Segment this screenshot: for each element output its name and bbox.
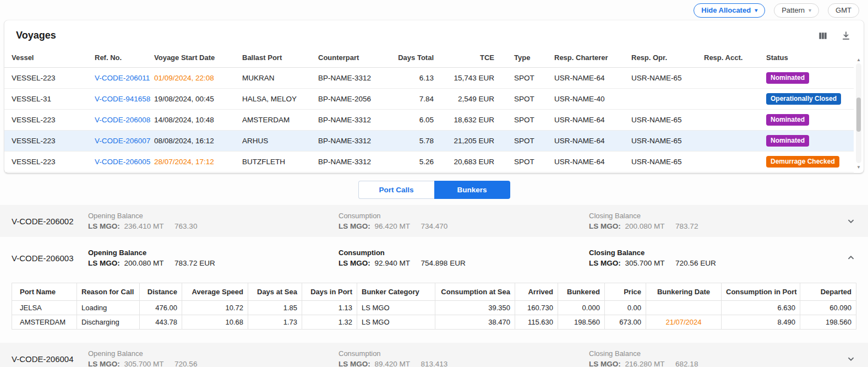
tab-port-calls[interactable]: Port Calls bbox=[358, 181, 434, 199]
bunker-section-header[interactable]: V-CODE-206004 Opening Balance LS MGO: 30… bbox=[0, 343, 868, 367]
gmt-button[interactable]: GMT bbox=[828, 3, 859, 18]
scroll-down-icon[interactable]: ▼ bbox=[855, 163, 862, 171]
col-header-resp-charterer[interactable]: Resp. Charterer bbox=[551, 48, 628, 68]
col-header-counterpart[interactable]: Counterpart bbox=[315, 48, 385, 68]
columns-icon[interactable] bbox=[817, 30, 828, 41]
cell-vessel: VESSEL-31 bbox=[4, 89, 91, 110]
table-row[interactable]: VESSEL-223 V-CODE-206011 01/09/2024, 22:… bbox=[4, 68, 854, 89]
col-header-bunker-category: Bunker Category bbox=[357, 283, 435, 301]
cell-vessel: VESSEL-223 bbox=[4, 131, 91, 152]
col-header-voyage-start-date[interactable]: Voyage Start Date bbox=[151, 48, 239, 68]
status-badge: Operationally Closed bbox=[766, 93, 841, 105]
chevron-down-icon[interactable] bbox=[845, 353, 857, 365]
col-header-tce[interactable]: TCE bbox=[437, 48, 511, 68]
table-row[interactable]: VESSEL-223 V-CODE-206005 28/07/2024, 17:… bbox=[4, 152, 854, 172]
col-header-days-in-port: Days in Port bbox=[302, 283, 357, 301]
chevron-down-icon[interactable] bbox=[845, 215, 857, 227]
bunker-section-header[interactable]: V-CODE-206003 Opening Balance LS MGO: 20… bbox=[0, 242, 868, 274]
consumption-label: Consumption bbox=[339, 212, 589, 220]
col-header-ballast-port[interactable]: Ballast Port bbox=[239, 48, 315, 68]
cell-ballast-port: MUKRAN bbox=[239, 68, 315, 89]
cell-resp-acct bbox=[701, 110, 763, 131]
opening-balance-label: Opening Balance bbox=[88, 349, 339, 358]
col-header-vessel[interactable]: Vessel bbox=[4, 48, 91, 68]
chevron-down-icon: ▾ bbox=[755, 8, 757, 13]
table-row[interactable]: VESSEL-223 V-CODE-206008 14/08/2024, 10:… bbox=[4, 110, 854, 131]
col-header-days-total[interactable]: Days Total bbox=[385, 48, 437, 68]
tab-bunkers[interactable]: Bunkers bbox=[434, 181, 510, 199]
col-header-resp-opr[interactable]: Resp. Opr. bbox=[628, 48, 701, 68]
port-bunker-row[interactable]: JELSA Loading 476.00 10.72 1.85 1.13 LS … bbox=[12, 301, 856, 315]
table-row[interactable]: VESSEL-31 V-CODE-941658 19/08/2024, 00:4… bbox=[4, 89, 854, 110]
pattern-button[interactable]: Pattern ▾ bbox=[774, 3, 819, 18]
scroll-up-icon[interactable]: ▲ bbox=[855, 56, 862, 63]
opening-balance: Opening Balance LS MGO: 305.700 MT 720.5… bbox=[88, 349, 339, 367]
col-header-arrived: Arrived bbox=[515, 283, 558, 301]
fuel-quantity: 236.410 MT bbox=[124, 222, 164, 230]
opening-balance-label: Opening Balance bbox=[88, 249, 339, 257]
cell-days-in-port: 1.13 bbox=[302, 301, 357, 315]
ref-no-link[interactable]: V-CODE-941658 bbox=[91, 89, 151, 110]
fuel-quantity: 96.420 MT bbox=[375, 222, 410, 230]
cell-type: SPOT bbox=[511, 68, 551, 89]
cell-price: 673.00 bbox=[605, 315, 646, 330]
cell-start-date: 08/08/2024, 16:12 bbox=[151, 131, 239, 152]
cell-start-date: 19/08/2024, 00:45 bbox=[151, 89, 239, 110]
col-header-ref-no[interactable]: Ref. No. bbox=[91, 48, 151, 68]
status-badge: Demurrage Checked bbox=[766, 156, 839, 168]
col-header-status[interactable]: Status bbox=[763, 48, 854, 68]
scrollbar-thumb[interactable] bbox=[856, 98, 861, 132]
scrollbar-track[interactable] bbox=[856, 63, 861, 163]
table-scrollbar[interactable]: ▲ ▼ bbox=[855, 56, 862, 171]
cell-ballast-port: BUTZFLETH bbox=[239, 152, 315, 172]
closing-balance-label: Closing Balance bbox=[589, 349, 839, 358]
col-header-resp-acct[interactable]: Resp. Acct. bbox=[701, 48, 763, 68]
fuel-value: 734.470 bbox=[421, 222, 448, 230]
cell-average-speed: 10.68 bbox=[182, 315, 248, 330]
cell-vessel: VESSEL-223 bbox=[4, 110, 91, 131]
cell-bunker-category: LS MGO bbox=[357, 315, 435, 330]
closing-balance: Closing Balance LS MGO: 200.080 MT 783.7… bbox=[589, 212, 839, 230]
fuel-value: 720.56 bbox=[174, 360, 197, 367]
status-badge: Nominated bbox=[766, 114, 809, 126]
bunker-section-header[interactable]: V-CODE-206002 Opening Balance LS MGO: 23… bbox=[0, 205, 868, 237]
ref-no-link[interactable]: V-CODE-206007 bbox=[91, 131, 151, 152]
consumption: Consumption LS MGO: 92.940 MT 754.898 EU… bbox=[339, 249, 589, 267]
ref-no-link[interactable]: V-CODE-206008 bbox=[91, 110, 151, 131]
ref-no-link[interactable]: V-CODE-206011 bbox=[91, 68, 151, 89]
cell-days-total: 5.78 bbox=[385, 131, 437, 152]
consumption-label: Consumption bbox=[339, 349, 589, 358]
fuel-quantity: 200.080 MT bbox=[124, 259, 164, 267]
col-header-bunkered: Bunkered bbox=[558, 283, 605, 301]
status-badge: Nominated bbox=[766, 135, 809, 147]
cell-arrived: 115.630 bbox=[515, 315, 558, 330]
closing-balance: Closing Balance LS MGO: 216.280 MT 682.1… bbox=[589, 349, 839, 367]
cell-counterpart: BP-NAME-3312 bbox=[315, 131, 385, 152]
table-row-selected[interactable]: VESSEL-223 V-CODE-206007 08/08/2024, 16:… bbox=[4, 131, 854, 152]
hide-allocated-button[interactable]: Hide Allocated ▾ bbox=[694, 3, 765, 18]
col-header-days-at-sea: Days at Sea bbox=[248, 283, 302, 301]
cell-bunkered: 0.000 bbox=[558, 301, 605, 315]
col-header-type[interactable]: Type bbox=[511, 48, 551, 68]
view-tabs: Port Calls Bunkers bbox=[0, 181, 868, 199]
col-header-consumption-at-sea: Consumption at Sea bbox=[435, 283, 515, 301]
voyages-table: Vessel Ref. No. Voyage Start Date Ballas… bbox=[4, 48, 854, 172]
hide-allocated-label: Hide Allocated bbox=[701, 6, 751, 14]
cell-type: SPOT bbox=[511, 110, 551, 131]
ref-no-link[interactable]: V-CODE-206005 bbox=[91, 152, 151, 172]
chevron-up-icon[interactable] bbox=[845, 252, 857, 264]
port-bunker-table-wrap: Port Name Reason for Call Distance Avera… bbox=[0, 274, 868, 338]
download-icon[interactable] bbox=[840, 30, 851, 41]
port-bunker-row[interactable]: AMSTERDAM Discharging 443.78 10.68 1.73 … bbox=[12, 315, 856, 330]
fuel-type-label: LS MGO: bbox=[339, 360, 370, 367]
fuel-value: 763.30 bbox=[174, 222, 197, 230]
cell-resp-charterer: USR-NAME-64 bbox=[551, 152, 628, 172]
closing-balance-label: Closing Balance bbox=[589, 249, 839, 257]
cell-consumption-in-port: 6.630 bbox=[722, 301, 800, 315]
fuel-quantity: 216.280 MT bbox=[625, 360, 665, 367]
cell-resp-acct bbox=[701, 152, 763, 172]
cell-tce: 2,549 EUR bbox=[437, 89, 511, 110]
cell-resp-opr bbox=[628, 89, 701, 110]
fuel-type-label: LS MGO: bbox=[88, 259, 120, 267]
cell-ballast-port: AMSTERDAM bbox=[239, 110, 315, 131]
